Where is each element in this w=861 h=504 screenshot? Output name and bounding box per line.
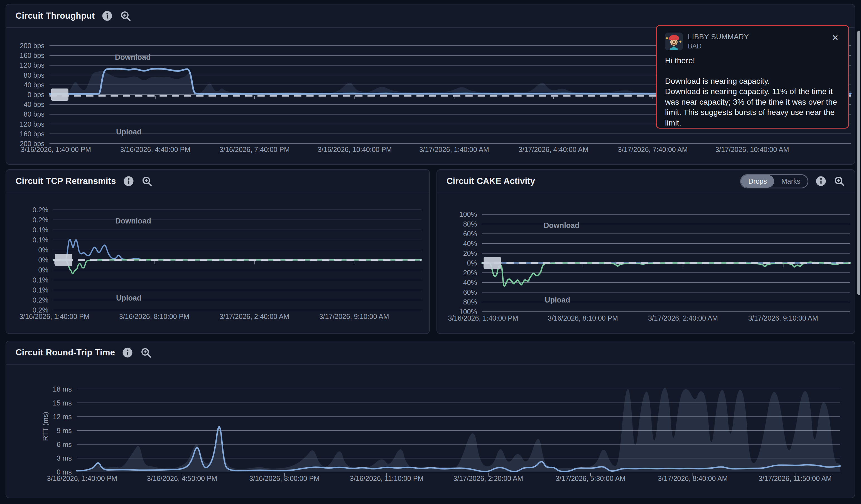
info-icon[interactable] bbox=[101, 10, 113, 22]
marks-toggle-button[interactable]: Marks bbox=[774, 175, 808, 188]
svg-text:3/17/2026, 10:40:00 AM: 3/17/2026, 10:40:00 AM bbox=[715, 146, 789, 153]
zoom-in-icon[interactable] bbox=[141, 175, 153, 187]
drops-marks-toggle: Drops Marks bbox=[740, 174, 808, 188]
svg-text:3 ms: 3 ms bbox=[57, 454, 72, 462]
svg-text:0.2%: 0.2% bbox=[32, 206, 49, 214]
svg-text:0%: 0% bbox=[467, 259, 477, 267]
svg-text:80 bps: 80 bps bbox=[24, 71, 44, 79]
svg-text:40 bps: 40 bps bbox=[24, 81, 44, 89]
svg-text:80%: 80% bbox=[463, 220, 477, 228]
svg-text:3/17/2026, 8:40:00 AM: 3/17/2026, 8:40:00 AM bbox=[658, 475, 728, 482]
svg-text:Upload: Upload bbox=[116, 294, 141, 302]
libby-greeting: Hi there! bbox=[665, 55, 840, 66]
svg-text:3/17/2026, 1:40:00 AM: 3/17/2026, 1:40:00 AM bbox=[419, 146, 489, 153]
svg-text:18 ms: 18 ms bbox=[53, 385, 72, 393]
svg-text:Upload: Upload bbox=[116, 128, 141, 136]
svg-text:0%: 0% bbox=[38, 256, 49, 264]
svg-text:3/17/2026, 2:20:00 AM: 3/17/2026, 2:20:00 AM bbox=[453, 475, 523, 482]
panel-circuit-round-trip-time: Circuit Round-Trip Time 18 ms15 ms12 ms9… bbox=[5, 341, 855, 498]
panel-title: Circuit Throughput bbox=[16, 11, 95, 21]
svg-text:200 bps: 200 bps bbox=[20, 42, 44, 50]
svg-text:3/16/2026, 4:50:00 PM: 3/16/2026, 4:50:00 PM bbox=[147, 475, 217, 482]
svg-text:3/16/2026, 8:10:00 PM: 3/16/2026, 8:10:00 PM bbox=[119, 313, 189, 320]
svg-text:100%: 100% bbox=[459, 210, 477, 218]
svg-text:Upload: Upload bbox=[545, 296, 570, 304]
svg-text:3/17/2026, 9:10:00 AM: 3/17/2026, 9:10:00 AM bbox=[748, 314, 818, 322]
svg-text:3/17/2026, 9:10:00 AM: 3/17/2026, 9:10:00 AM bbox=[319, 313, 389, 320]
svg-text:160 bps: 160 bps bbox=[20, 52, 44, 59]
svg-text:160 bps: 160 bps bbox=[20, 130, 44, 138]
svg-text:15 ms: 15 ms bbox=[53, 399, 72, 407]
svg-text:3/16/2026, 7:40:00 PM: 3/16/2026, 7:40:00 PM bbox=[219, 146, 289, 153]
svg-text:3/16/2026, 4:40:00 PM: 3/16/2026, 4:40:00 PM bbox=[120, 146, 190, 153]
svg-text:20%: 20% bbox=[463, 249, 477, 257]
svg-text:0%: 0% bbox=[38, 266, 49, 274]
svg-text:0 bps: 0 bps bbox=[28, 91, 44, 98]
svg-text:0.2%: 0.2% bbox=[32, 216, 49, 224]
svg-text:Download: Download bbox=[115, 217, 151, 225]
libby-status-badge: BAD bbox=[688, 42, 749, 50]
panel-title: Circuit Round-Trip Time bbox=[16, 348, 115, 358]
svg-text:3/16/2026, 8:00:00 PM: 3/16/2026, 8:00:00 PM bbox=[249, 475, 319, 482]
svg-text:Download: Download bbox=[544, 221, 579, 230]
info-icon[interactable] bbox=[815, 175, 827, 187]
svg-text:6 ms: 6 ms bbox=[57, 440, 72, 448]
dashboard-page: { "colors":{"page_bg":"#0b101d","panel_b… bbox=[0, 0, 861, 504]
svg-text:3/17/2026, 4:40:00 AM: 3/17/2026, 4:40:00 AM bbox=[519, 146, 588, 153]
libby-summary-line2: Download is nearing capacity. 11% of the… bbox=[665, 86, 840, 128]
svg-text:0.1%: 0.1% bbox=[32, 276, 49, 284]
svg-text:3/16/2026, 1:40:00 PM: 3/16/2026, 1:40:00 PM bbox=[448, 314, 518, 322]
svg-text:0.1%: 0.1% bbox=[32, 286, 49, 294]
svg-text:60%: 60% bbox=[463, 230, 477, 238]
panel-circuit-cake-activity: Circuit CAKE Activity Drops Marks 100%80… bbox=[437, 169, 855, 334]
svg-text:9 ms: 9 ms bbox=[57, 427, 72, 434]
svg-text:3/17/2026, 2:40:00 AM: 3/17/2026, 2:40:00 AM bbox=[648, 314, 718, 322]
page-scrollbar-thumb[interactable] bbox=[857, 31, 860, 295]
zoom-in-icon[interactable] bbox=[140, 347, 152, 358]
svg-text:80 bps: 80 bps bbox=[24, 110, 44, 118]
libby-names: LIBBY SUMMARY BAD bbox=[688, 32, 749, 50]
svg-text:40 bps: 40 bps bbox=[24, 100, 44, 108]
panel-header: Circuit TCP Retransmits bbox=[6, 170, 429, 193]
panel-header: Circuit Throughput bbox=[6, 4, 855, 28]
svg-text:3/16/2026, 11:10:00 PM: 3/16/2026, 11:10:00 PM bbox=[350, 475, 424, 482]
zoom-in-icon[interactable] bbox=[120, 10, 132, 22]
drops-toggle-button[interactable]: Drops bbox=[741, 175, 774, 188]
svg-text:40%: 40% bbox=[463, 240, 477, 247]
info-icon[interactable] bbox=[123, 175, 135, 187]
svg-text:3/17/2026, 11:50:00 AM: 3/17/2026, 11:50:00 AM bbox=[758, 475, 832, 482]
svg-text:0.2%: 0.2% bbox=[32, 296, 49, 304]
svg-text:0.1%: 0.1% bbox=[32, 226, 49, 234]
svg-text:40%: 40% bbox=[463, 278, 477, 286]
svg-text:3/16/2026, 8:10:00 PM: 3/16/2026, 8:10:00 PM bbox=[548, 314, 618, 322]
rtt-chart: 18 ms15 ms12 ms9 ms6 ms3 ms0 ms3/16/2026… bbox=[6, 365, 855, 498]
close-icon[interactable]: ✕ bbox=[831, 32, 840, 43]
svg-text:12 ms: 12 ms bbox=[53, 413, 72, 421]
tcp-retransmits-chart: 0.2%0.2%0.1%0.1%0%0%0%0.1%0.1%0.2%0.2%Do… bbox=[6, 193, 429, 335]
libby-title: LIBBY SUMMARY bbox=[688, 32, 749, 41]
svg-text:RTT (ms): RTT (ms) bbox=[41, 412, 49, 441]
libby-header: LIBBY SUMMARY BAD ✕ bbox=[665, 32, 840, 50]
libby-message: Hi there! Download is nearing capacity. … bbox=[665, 55, 840, 128]
zoom-in-icon[interactable] bbox=[833, 175, 845, 187]
svg-text:3/16/2026, 1:40:00 PM: 3/16/2026, 1:40:00 PM bbox=[47, 475, 117, 482]
libby-summary-line1: Download is nearing capacity. bbox=[665, 76, 840, 86]
svg-text:3/16/2026, 1:40:00 PM: 3/16/2026, 1:40:00 PM bbox=[19, 313, 90, 320]
libby-avatar bbox=[665, 32, 683, 50]
svg-text:60%: 60% bbox=[463, 288, 477, 296]
panel-title: Circuit TCP Retransmits bbox=[16, 176, 116, 186]
panel-header: Circuit CAKE Activity Drops Marks bbox=[437, 170, 855, 193]
svg-text:3/17/2026, 7:40:00 AM: 3/17/2026, 7:40:00 AM bbox=[618, 146, 688, 153]
info-icon[interactable] bbox=[122, 347, 133, 358]
panel-title: Circuit CAKE Activity bbox=[447, 176, 535, 186]
svg-text:120 bps: 120 bps bbox=[20, 61, 44, 69]
svg-text:3/16/2026, 1:40:00 PM: 3/16/2026, 1:40:00 PM bbox=[21, 146, 91, 153]
svg-text:0%: 0% bbox=[38, 246, 49, 254]
svg-text:Download: Download bbox=[115, 53, 151, 62]
panel-circuit-tcp-retransmits: Circuit TCP Retransmits 0.2%0.2%0.1%0.1%… bbox=[5, 169, 430, 334]
svg-text:3/17/2026, 2:40:00 AM: 3/17/2026, 2:40:00 AM bbox=[219, 313, 289, 320]
libby-summary-card: LIBBY SUMMARY BAD ✕ Hi there! Download i… bbox=[656, 25, 849, 128]
svg-text:20%: 20% bbox=[463, 269, 477, 277]
svg-text:80%: 80% bbox=[463, 298, 477, 306]
cake-activity-chart: 100%80%60%40%20%0%20%40%60%80%100%Downlo… bbox=[437, 193, 855, 335]
